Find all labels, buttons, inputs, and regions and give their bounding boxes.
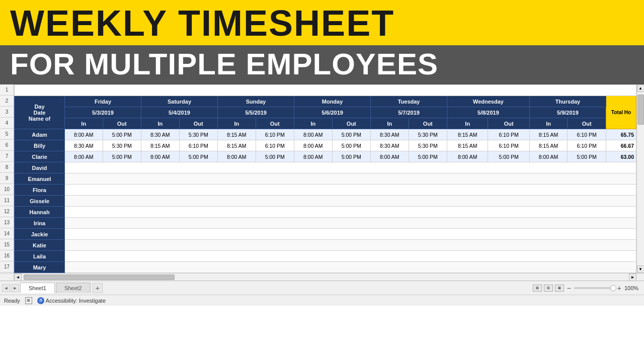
tab-arrow-right[interactable]: ► [11, 284, 19, 292]
sheet-tab-sheet1[interactable]: Sheet1 [20, 283, 55, 293]
sheet-tab-sheet2[interactable]: Sheet2 [56, 283, 91, 293]
page-break-icon[interactable]: ⊠ [555, 285, 564, 292]
zoom-out-button[interactable]: − [566, 284, 572, 292]
thu-date: 5/9/2019 [529, 107, 606, 118]
mon-date: 5/6/2019 [294, 107, 371, 118]
page-layout-icon[interactable]: ⊟ [544, 285, 553, 292]
employee-name-david: David [15, 162, 65, 173]
cell-mode-icon: ⊞ [25, 297, 32, 304]
employee-name-jackie: Jackie [15, 229, 65, 240]
employee-row-irina[interactable]: Irina [15, 218, 636, 229]
zoom-level: 100% [624, 285, 642, 291]
employee-row-laila[interactable]: Laila [15, 251, 636, 262]
thu-in-header: In [529, 118, 568, 129]
wednesday-header: Wednesday [447, 96, 530, 107]
zoom-in-button[interactable]: + [616, 284, 622, 292]
status-bar: Ready ⊞ ♿ Accessibility: Investigate [0, 295, 644, 306]
fri-out-header: Out [103, 118, 141, 129]
employee-name-adam: Adam [15, 129, 65, 140]
tab-arrow-left[interactable]: ◄ [2, 284, 10, 292]
horizontal-scroll-thumb[interactable] [24, 275, 175, 280]
accessibility-text: Accessibility: Investigate [46, 298, 106, 304]
thu-out-header: Out [568, 118, 606, 129]
subtitle: FOR MULTIPLE EMPLOYEES [10, 49, 634, 79]
row-numbers: 1 2 3 4 5 6 7 8 9 10 11 12 13 14 15 16 1… [0, 84, 14, 273]
total-hours-header: Total Ho [606, 96, 636, 129]
employee-name-gissele: Gissele [15, 196, 65, 207]
header-row-date: 5/3/2019 5/4/2019 5/5/2019 5/6/2019 5/7/… [15, 107, 636, 118]
sunday-header: Sunday [218, 96, 294, 107]
employee-row-flora[interactable]: Flora [15, 185, 636, 196]
employee-name-billy: Billy [15, 140, 65, 151]
employee-name-laila: Laila [15, 251, 65, 262]
day-header: Day Date Name of [15, 96, 65, 129]
scroll-left-button[interactable]: ◄ [14, 274, 22, 281]
employee-row-gissele[interactable]: Gissele [15, 196, 636, 207]
sun-in-header: In [218, 118, 256, 129]
tue-in-header: In [371, 118, 409, 129]
employee-row-emanuel[interactable]: Emanuel [15, 173, 636, 185]
employee-name-katie: Katie [15, 240, 65, 251]
employee-row-billy[interactable]: Billy 8:30 AM 5:30 PM 8:15 AM 6:10 PM 8:… [15, 140, 636, 151]
tue-out-header: Out [409, 118, 447, 129]
sat-out-header: Out [179, 118, 218, 129]
employee-row-clarie[interactable]: Clarie 8:00 AM 5:00 PM 8:00 AM 5:00 PM 8… [15, 151, 636, 162]
main-title: WEEKLY TIMESHEET [10, 5, 634, 41]
saturday-header: Saturday [141, 96, 218, 107]
employee-row-david[interactable]: David [15, 162, 636, 173]
scroll-down-button[interactable]: ▼ [637, 265, 645, 273]
header-row-day: Day Date Name of Friday Saturday Sunday … [15, 96, 636, 107]
sun-date: 5/5/2019 [218, 107, 294, 118]
scroll-right-button[interactable]: ► [629, 274, 636, 281]
title-banner: WEEKLY TIMESHEET [0, 0, 644, 45]
header-row-inout: In Out In Out In Out In Out In Out In Ou… [15, 118, 636, 129]
tab-bar: ◄ ► Sheet1 Sheet2 + ⊞ ⊟ ⊠ − + 100% [0, 281, 644, 295]
wed-in-header: In [447, 118, 488, 129]
wed-date: 5/8/2019 [447, 107, 530, 118]
employee-row-hannah[interactable]: Hannah [15, 207, 636, 218]
sun-out-header: Out [256, 118, 294, 129]
zoom-slider[interactable] [574, 287, 614, 289]
employee-name-hannah: Hannah [15, 207, 65, 218]
subtitle-banner: FOR MULTIPLE EMPLOYEES [0, 45, 644, 84]
tue-date: 5/7/2019 [371, 107, 447, 118]
scroll-thumb[interactable] [637, 95, 644, 125]
accessibility-icon[interactable]: ♿ Accessibility: Investigate [37, 297, 106, 304]
employee-name-irina: Irina [15, 218, 65, 229]
sat-in-header: In [141, 118, 180, 129]
employee-name-mary: Mary [15, 262, 65, 273]
normal-view-icon[interactable]: ⊞ [533, 285, 542, 292]
spreadsheet-grid[interactable]: Day Date Name of Friday Saturday Sunday … [14, 84, 636, 273]
mon-in-header: In [294, 118, 333, 129]
employee-name-clarie: Clarie [15, 151, 65, 162]
vertical-scrollbar[interactable]: ▲ ▼ [636, 84, 644, 273]
monday-header: Monday [294, 96, 371, 107]
ready-status: Ready [4, 298, 20, 304]
fri-in-header: In [65, 118, 103, 129]
employee-row-adam[interactable]: Adam 8:00 AM 5:00 PM 8:30 AM 5:30 PM 8:1… [15, 129, 636, 140]
friday-header: Friday [65, 96, 141, 107]
wed-out-header: Out [488, 118, 529, 129]
scroll-up-button[interactable]: ▲ [637, 84, 645, 92]
mon-out-header: Out [332, 118, 371, 129]
employee-name-emanuel: Emanuel [15, 173, 65, 185]
thursday-header: Thursday [529, 96, 606, 107]
employee-row-katie[interactable]: Katie [15, 240, 636, 251]
fri-date: 5/3/2019 [65, 107, 141, 118]
table-row [15, 85, 636, 96]
employee-row-jackie[interactable]: Jackie [15, 229, 636, 240]
tuesday-header: Tuesday [371, 96, 447, 107]
horizontal-scroll-track[interactable] [22, 274, 629, 281]
employee-name-flora: Flora [15, 185, 65, 196]
add-sheet-button[interactable]: + [93, 283, 103, 293]
sat-date: 5/4/2019 [141, 107, 218, 118]
employee-row-mary[interactable]: Mary [15, 262, 636, 273]
